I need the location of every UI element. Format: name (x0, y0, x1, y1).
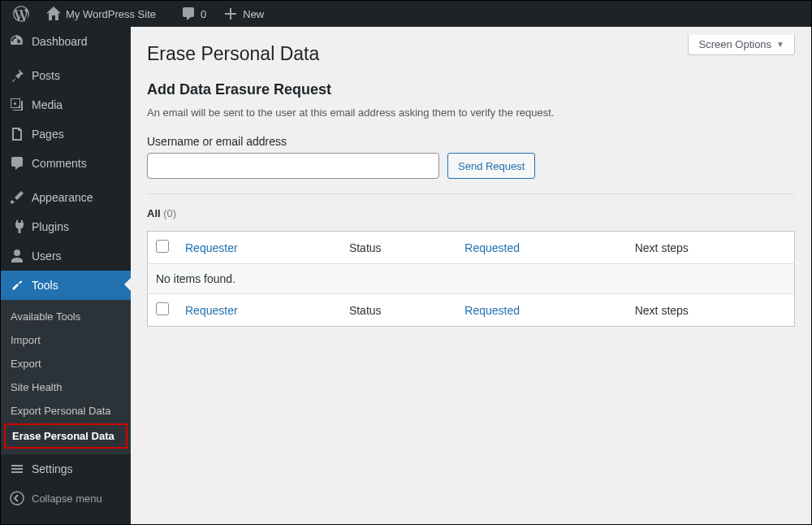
comments-count: 0 (201, 8, 206, 20)
pointer-icon (124, 278, 131, 291)
collapse-label: Collapse menu (32, 492, 102, 505)
comments-link[interactable]: 0 (175, 1, 212, 27)
svg-point-3 (11, 492, 24, 505)
wp-logo[interactable] (7, 1, 35, 27)
col-requester-bottom[interactable]: Requester (185, 304, 238, 317)
sidebar-item-label: Pages (32, 128, 64, 141)
sidebar-item-appearance[interactable]: Appearance (1, 183, 131, 212)
svg-point-1 (19, 468, 21, 471)
admin-sidebar: Dashboard Posts Media Pages Comments App… (1, 27, 131, 524)
sidebar-item-label: Dashboard (32, 35, 88, 48)
sidebar-item-settings[interactable]: Settings (1, 454, 131, 484)
username-email-label: Username or email address (147, 135, 795, 148)
username-email-input[interactable] (147, 153, 439, 179)
section-heading: Add Data Erasure Request (147, 81, 795, 98)
sidebar-item-comments[interactable]: Comments (1, 149, 131, 178)
sidebar-item-media[interactable]: Media (1, 90, 131, 119)
highlight-box: Erase Personal Data (4, 423, 127, 449)
page-icon (9, 126, 25, 142)
svg-point-0 (14, 465, 16, 467)
wordpress-icon (13, 6, 29, 22)
site-name-link[interactable]: My WordPress Site (40, 1, 162, 27)
submenu-import[interactable]: Import (1, 328, 131, 352)
screen-options-label: Screen Options (698, 38, 771, 50)
col-next-steps: Next steps (627, 232, 795, 264)
sidebar-item-label: Comments (32, 157, 87, 170)
screen-options-button[interactable]: Screen Options ▼ (688, 35, 795, 55)
svg-point-2 (15, 471, 18, 474)
filter-links: All (0) (147, 207, 795, 219)
sidebar-item-posts[interactable]: Posts (1, 61, 131, 90)
no-items-msg: No items found. (148, 264, 795, 294)
filter-count: (0) (163, 207, 176, 219)
submenu-export[interactable]: Export (1, 352, 131, 375)
filter-all[interactable]: All (147, 207, 161, 219)
collapse-icon (9, 490, 25, 506)
sidebar-item-tools[interactable]: Tools (1, 271, 131, 300)
new-content-link[interactable]: New (217, 1, 270, 27)
submenu-available-tools[interactable]: Available Tools (1, 305, 131, 328)
user-icon (9, 248, 25, 264)
brush-icon (9, 189, 25, 206)
requests-table: Requester Status Requested Next steps No… (147, 231, 795, 327)
plus-icon (222, 6, 239, 22)
col-requested-bottom[interactable]: Requested (464, 304, 520, 317)
media-icon (9, 97, 25, 113)
sliders-icon (9, 461, 25, 477)
sidebar-item-pages[interactable]: Pages (1, 119, 131, 149)
site-name-text: My WordPress Site (66, 8, 156, 20)
sidebar-item-label: Tools (32, 279, 58, 292)
dashboard-icon (9, 33, 25, 50)
sidebar-item-label: Appearance (32, 191, 93, 204)
pin-icon (9, 67, 25, 84)
sidebar-item-label: Users (32, 249, 62, 262)
sidebar-item-dashboard[interactable]: Dashboard (1, 27, 131, 56)
sidebar-item-label: Media (32, 98, 63, 111)
sidebar-item-users[interactable]: Users (1, 241, 131, 271)
submenu-site-health[interactable]: Site Health (1, 375, 131, 399)
home-icon (45, 6, 62, 22)
sidebar-item-label: Settings (32, 462, 73, 475)
wrench-icon (9, 277, 25, 293)
collapse-menu-button[interactable]: Collapse menu (1, 484, 131, 513)
plug-icon (9, 219, 25, 235)
divider (147, 193, 795, 194)
sidebar-item-label: Plugins (32, 220, 69, 233)
sidebar-item-label: Posts (32, 69, 60, 82)
submenu-export-personal-data[interactable]: Export Personal Data (1, 399, 131, 423)
col-next-steps-bottom: Next steps (627, 294, 795, 327)
tools-submenu: Available Tools Import Export Site Healt… (1, 300, 131, 454)
col-status: Status (341, 232, 456, 264)
comment-icon (9, 155, 25, 171)
send-request-button[interactable]: Send Request (447, 153, 535, 179)
col-requester[interactable]: Requester (185, 241, 238, 254)
section-description: An email will be sent to the user at thi… (147, 106, 795, 119)
select-all-checkbox[interactable] (156, 240, 169, 253)
admin-toolbar: My WordPress Site 0 New (1, 1, 811, 27)
submenu-erase-personal-data[interactable]: Erase Personal Data (12, 428, 119, 444)
sidebar-item-plugins[interactable]: Plugins (1, 212, 131, 241)
col-requested[interactable]: Requested (464, 241, 520, 254)
col-status-bottom: Status (341, 294, 456, 327)
select-all-checkbox-bottom[interactable] (156, 302, 169, 315)
caret-down-icon: ▼ (776, 40, 784, 49)
comment-icon (180, 6, 197, 22)
new-label: New (243, 8, 264, 20)
main-content: Screen Options ▼ Erase Personal Data Add… (131, 27, 811, 524)
